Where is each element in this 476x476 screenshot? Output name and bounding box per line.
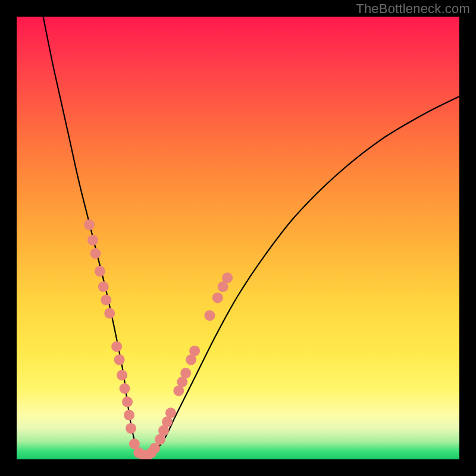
bottleneck-curve bbox=[43, 17, 459, 456]
bead bbox=[117, 370, 127, 381]
bead bbox=[222, 273, 233, 283]
bead bbox=[165, 408, 176, 418]
bead bbox=[124, 410, 134, 421]
bead bbox=[126, 423, 136, 434]
bead bbox=[101, 295, 111, 305]
bead bbox=[84, 220, 95, 230]
bead bbox=[212, 292, 223, 303]
beads-group bbox=[84, 220, 233, 459]
watermark-text: TheBottleneck.com bbox=[356, 1, 470, 17]
bead bbox=[149, 443, 160, 453]
chart-svg bbox=[17, 17, 459, 459]
bead bbox=[95, 266, 105, 277]
bead bbox=[180, 368, 191, 378]
bead bbox=[122, 396, 133, 407]
bead bbox=[120, 383, 130, 394]
bead bbox=[98, 281, 109, 292]
plot-area bbox=[17, 17, 459, 459]
bead bbox=[189, 346, 200, 356]
bead bbox=[104, 308, 115, 319]
bead bbox=[204, 310, 215, 321]
bead bbox=[87, 235, 98, 246]
bead bbox=[114, 355, 125, 365]
bead bbox=[90, 248, 101, 259]
bead bbox=[111, 341, 122, 352]
